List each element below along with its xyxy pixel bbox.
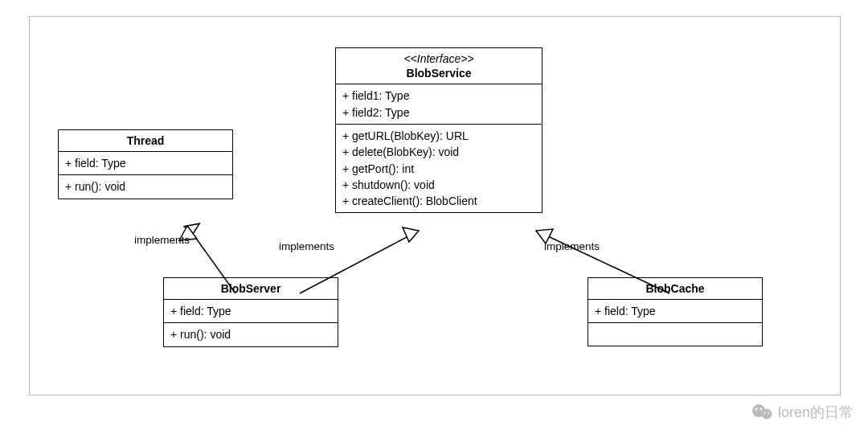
class-blobservice: <<Interface>> BlobService + field1: Type… (335, 47, 542, 213)
title-text: BlobService (407, 67, 472, 80)
relation-label: implements (279, 240, 334, 252)
field: + field: Type (595, 303, 755, 319)
class-blobcache: BlobCache + field: Type (588, 277, 763, 346)
method: + getURL(BlobKey): URL (342, 128, 535, 144)
class-fields: + field1: Type + field2: Type (336, 84, 542, 125)
svg-marker-1 (184, 223, 199, 234)
class-methods (588, 323, 762, 346)
watermark-text: loren的日常 (778, 403, 854, 422)
class-fields: + field: Type (588, 300, 762, 323)
svg-marker-4 (403, 227, 419, 242)
method: + run(): void (65, 178, 226, 195)
svg-point-9 (755, 408, 758, 411)
svg-point-10 (760, 408, 763, 411)
class-title: BlobServer (164, 278, 338, 300)
stereotype: <<Interface>> (403, 52, 473, 65)
svg-point-12 (768, 412, 769, 414)
class-title: Thread (59, 130, 232, 152)
watermark: loren的日常 (751, 403, 854, 422)
relation-label: implements (544, 240, 600, 252)
class-fields: + field: Type (59, 152, 232, 175)
field: + field: Type (170, 303, 331, 319)
svg-point-11 (764, 412, 765, 414)
diagram-frame: Thread + field: Type + run(): void <<Int… (29, 16, 841, 395)
method: + createClient(): BlobClient (342, 193, 535, 209)
method: + delete(BlobKey): void (342, 144, 535, 160)
class-fields: + field: Type (164, 300, 338, 323)
relation-label: implements (134, 234, 190, 246)
class-methods: + run(): void (164, 323, 338, 346)
method: + getPort(): int (342, 161, 535, 177)
field: + field2: Type (342, 104, 535, 121)
method: + run(): void (170, 326, 331, 342)
class-thread: Thread + field: Type + run(): void (58, 129, 233, 199)
class-blobserver: BlobServer + field: Type + run(): void (163, 277, 338, 347)
field: + field: Type (65, 155, 226, 171)
field: + field1: Type (342, 88, 535, 104)
wechat-icon (751, 403, 773, 422)
class-title: BlobCache (588, 278, 762, 300)
class-methods: + run(): void (59, 175, 232, 198)
class-methods: + getURL(BlobKey): URL + delete(BlobKey)… (336, 125, 542, 212)
class-title: <<Interface>> BlobService (336, 48, 542, 84)
method: + shutdown(): void (342, 177, 535, 193)
svg-point-8 (761, 409, 772, 420)
